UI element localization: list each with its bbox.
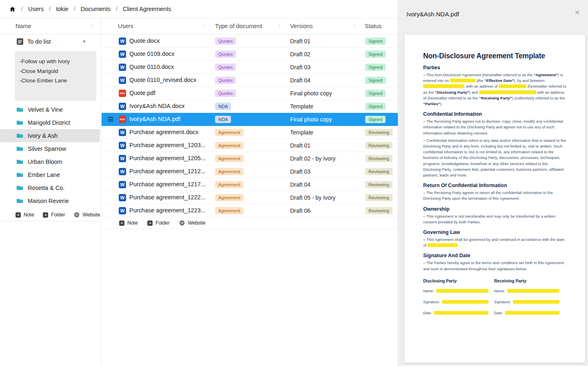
file-name: Purchase agreement_1205... xyxy=(129,155,206,161)
folder-icon xyxy=(16,120,23,126)
sidebar-folder-marigold-district[interactable]: Marigold District xyxy=(0,116,101,129)
file-row[interactable]: WPurchase agreement_1205...AgreementDraf… xyxy=(102,152,398,165)
status-badge: Signed xyxy=(365,103,386,110)
folder-label: Marigold District xyxy=(28,119,70,126)
footer-button-label: Website xyxy=(188,220,205,226)
sidebar-folder-maison-reverie[interactable]: Maison Reverie xyxy=(0,194,101,207)
sidebar-folder-ivory-ash[interactable]: Ivory & Ash xyxy=(0,129,100,142)
add-website-button[interactable]: Website xyxy=(179,220,205,226)
file-row[interactable]: WQuote.docxQuotesDraft 01Signed xyxy=(102,35,398,48)
breadcrumb-item-client-agreements[interactable]: Client Agreements xyxy=(123,6,171,12)
plus-icon: + xyxy=(119,220,124,226)
redacted-highlight xyxy=(423,84,464,88)
folder-icon xyxy=(16,185,23,191)
signature-field: Date: xyxy=(423,311,488,315)
sidebar-item-todo[interactable]: To do list ▼ xyxy=(0,35,101,48)
status-badge: Reviewing xyxy=(365,129,393,136)
word-file-icon: W xyxy=(119,51,126,58)
sort-icon[interactable]: ↑ xyxy=(91,23,93,29)
folder-label: Ivory & Ash xyxy=(28,132,58,139)
file-row[interactable]: WPurchase agreement_1223...AgreementDraf… xyxy=(102,204,398,217)
signature-field-label: Date: xyxy=(423,311,432,315)
column-header-name[interactable]: Name xyxy=(16,23,31,29)
file-name: Ivory&Ash NDA.pdf xyxy=(129,116,180,122)
divider xyxy=(101,18,102,366)
file-row[interactable]: WIvory&Ash NDA.docxNDATemplateSigned xyxy=(102,100,398,113)
sidebar-folder-urban-bloom[interactable]: Urban Bloom xyxy=(0,155,101,168)
signature-field-label: Name: xyxy=(494,289,505,293)
drag-handle-icon[interactable] xyxy=(108,117,113,123)
status-badge: Reviewing xyxy=(365,194,393,201)
column-header-status[interactable]: Status xyxy=(365,23,382,29)
redacted-highlight xyxy=(428,243,457,247)
add-website-button[interactable]: Website xyxy=(74,212,100,218)
status-badge: Reviewing xyxy=(365,155,393,162)
bold-term: “Agreement” xyxy=(534,73,558,77)
file-row[interactable]: PDFQuote.pdfQuotesFinal photo copySigned xyxy=(102,87,398,100)
globe-icon xyxy=(74,212,80,218)
plus-icon: + xyxy=(43,212,48,218)
redacted-highlight xyxy=(450,79,475,82)
sidebar-folder-velvet-vine[interactable]: Velvet & Vine xyxy=(0,103,101,116)
signature-field-label: Signature: xyxy=(494,300,511,304)
breadcrumb-item-users[interactable]: Users xyxy=(28,6,44,12)
close-icon[interactable]: × xyxy=(575,8,580,17)
document-heading: Governing Law xyxy=(423,229,566,235)
add-folder-button[interactable]: +Folder xyxy=(147,220,169,226)
redacted-highlight xyxy=(479,90,536,94)
folder-label: Urban Bloom xyxy=(28,159,62,165)
sort-icon[interactable]: ↑ xyxy=(353,23,356,29)
add-note-button[interactable]: +Note xyxy=(16,212,34,218)
pdf-file-icon: PDF xyxy=(119,90,126,97)
version-label: Draft 03 xyxy=(290,64,311,71)
breadcrumb-item-documents[interactable]: Documents xyxy=(81,6,111,12)
file-row[interactable]: WPurchase agreement_1217...AgreementDraf… xyxy=(102,178,398,191)
file-row[interactable]: WPurchase agreement_1203...AgreementDraf… xyxy=(102,139,398,152)
add-folder-button[interactable]: +Folder xyxy=(43,212,65,218)
column-header-users[interactable]: Users xyxy=(118,23,133,29)
type-badge: Agreement xyxy=(215,129,244,136)
column-header-versions[interactable]: Versions xyxy=(290,23,313,29)
file-row[interactable]: PDFIvory&Ash NDA.pdfNDAFinal photo copyS… xyxy=(102,113,398,126)
bold-term: “Parties” xyxy=(423,101,440,106)
sidebar-folder-rosetta-co-[interactable]: Rosetta & Co. xyxy=(0,181,101,194)
sidebar-folder-silver-sparrow[interactable]: Silver Sparrow xyxy=(0,142,101,155)
file-name: Purchase agreement_1203... xyxy=(129,142,206,148)
plus-icon: + xyxy=(16,212,21,218)
file-list: WQuote.docxQuotesDraft 01SignedWQuote 01… xyxy=(102,35,398,366)
file-row[interactable]: WQuote 0110.docxQuotesDraft 03Signed xyxy=(102,61,398,74)
sort-icon[interactable]: ↑ xyxy=(203,23,206,29)
file-row[interactable]: WPurchase agreement.docxAgreementTemplat… xyxy=(102,126,398,139)
signature-field-label: Signature: xyxy=(423,300,440,304)
chevron-down-icon[interactable]: ▼ xyxy=(82,40,86,44)
file-row[interactable]: WQuote 0109.docxQuotesDraft 02Signed xyxy=(102,48,398,61)
breadcrumb-separator: / xyxy=(74,6,75,12)
status-badge: Signed xyxy=(365,37,386,45)
type-badge: Agreement xyxy=(215,181,244,188)
document-paragraph: – The Receiving Party agrees not to disc… xyxy=(423,119,566,136)
filelist-footer: +Note+FolderWebsite xyxy=(102,217,398,229)
file-name: Quote 0110.docx xyxy=(129,64,174,70)
type-badge: Quotes xyxy=(215,37,236,45)
todo-note-line: -Follow up with Ivory xyxy=(20,57,91,66)
todo-note[interactable]: -Follow up with Ivory-Close Marigold-Clo… xyxy=(15,51,96,101)
version-label: Draft 01 xyxy=(290,142,311,149)
file-row[interactable]: WPurchase agreement_1212...AgreementDraf… xyxy=(102,165,398,178)
sort-icon[interactable]: ↑ xyxy=(278,23,281,29)
breadcrumb-item-tokie[interactable]: tokie xyxy=(56,6,69,12)
column-header-type-of-document[interactable]: Type of document xyxy=(215,23,262,29)
folder-label: Rosetta & Co. xyxy=(28,185,64,191)
add-note-button[interactable]: +Note xyxy=(119,220,138,226)
footer-button-label: Folder xyxy=(155,220,169,226)
document-paragraph: – This Agreement shall be governed by an… xyxy=(423,237,566,248)
file-row[interactable]: WQuote 0110_revised.docxQuotesDraft 04Si… xyxy=(102,74,398,87)
version-label: Final photo copy xyxy=(290,90,332,97)
breadcrumb-separator: / xyxy=(21,6,23,12)
document-paragraph: – This Agreement is not transferable and… xyxy=(423,214,566,225)
word-file-icon: W xyxy=(119,129,126,136)
home-icon[interactable] xyxy=(9,6,16,13)
sidebar-folder-ember-lane[interactable]: Ember Lane xyxy=(0,168,101,181)
folder-icon xyxy=(16,146,23,152)
file-row[interactable]: WPurchase agreement_1222...AgreementDraf… xyxy=(102,191,398,204)
status-badge: Signed xyxy=(365,51,386,58)
